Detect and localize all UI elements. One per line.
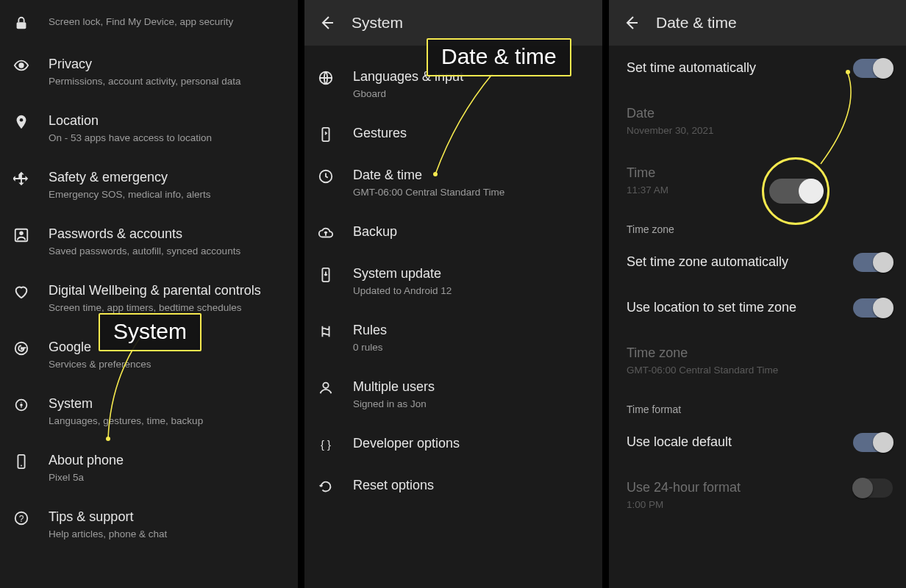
system-item-languages-input[interactable]: Languages & inputGboard <box>304 56 602 112</box>
setting-set-time-zone-automatically[interactable]: Set time zone automatically <box>609 240 906 285</box>
system-item-gestures[interactable]: Gestures <box>304 112 602 154</box>
item-title: Gestures <box>353 124 589 142</box>
globe-icon <box>318 68 353 86</box>
item-subtitle: On - 53 apps have access to location <box>49 132 285 145</box>
item-subtitle: Screen time, app timers, bedtime schedul… <box>49 301 285 315</box>
system-topbar: System <box>304 0 602 46</box>
item-subtitle: Gboard <box>353 87 589 101</box>
toggle-switch[interactable] <box>853 298 893 318</box>
system-item-developer-options[interactable]: { }Developer options <box>304 423 602 465</box>
lock-icon <box>13 13 49 32</box>
setting-set-time-automatically[interactable]: Set time automatically <box>609 46 906 91</box>
settings-item-privacy[interactable]: PrivacyPermissions, account activity, pe… <box>0 43 298 100</box>
system-title: System <box>352 14 403 32</box>
settings-item-system[interactable]: iSystemLanguages, gestures, time, backup <box>0 383 298 440</box>
item-title: Backup <box>353 223 589 240</box>
setting-subtitle: November 30, 2021 <box>627 124 893 137</box>
passwords-icon <box>13 225 49 243</box>
item-title: Digital Wellbeing & parental controls <box>49 282 285 299</box>
settings-item-security[interactable]: Screen lock, Find My Device, app securit… <box>0 1 298 43</box>
datetime-topbar: Date & time <box>609 0 906 46</box>
system-item-rules[interactable]: Rules0 rules <box>304 309 602 366</box>
setting-use-hour-format[interactable]: Use 24-hour format1:00 PM <box>609 465 906 525</box>
dev-icon: { } <box>318 434 353 453</box>
setting-title: Set time zone automatically <box>627 253 849 270</box>
item-subtitle: Updated to Android 12 <box>353 284 589 298</box>
update-icon <box>318 265 353 283</box>
privacy-icon <box>13 55 49 74</box>
toggle-switch[interactable] <box>853 253 893 272</box>
system-item-backup[interactable]: Backup <box>304 211 602 253</box>
back-button[interactable] <box>622 14 640 32</box>
section-time-zone: Time zone <box>609 210 906 240</box>
item-title: Privacy <box>49 55 285 73</box>
svg-point-4 <box>19 232 24 236</box>
svg-point-1 <box>18 62 24 68</box>
svg-text:?: ? <box>19 514 24 524</box>
settings-item-passwords-accounts[interactable]: Passwords & accountsSaved passwords, aut… <box>0 213 298 270</box>
wellbeing-icon <box>13 282 49 300</box>
system-item-date-time[interactable]: Date & timeGMT-06:00 Central Standard Ti… <box>304 154 602 211</box>
setting-title: Time <box>627 164 893 182</box>
safety-icon <box>13 168 49 187</box>
item-title: Location <box>49 112 285 129</box>
settings-item-location[interactable]: LocationOn - 53 apps have access to loca… <box>0 100 298 157</box>
setting-title: Set time automatically <box>627 59 849 76</box>
toggle-switch[interactable] <box>853 59 893 78</box>
setting-title: Use location to set time zone <box>627 298 849 316</box>
svg-text:{ }: { } <box>321 439 331 451</box>
rules-icon <box>318 321 353 340</box>
item-title: Multiple users <box>353 378 589 395</box>
setting-title: Use locale default <box>627 433 849 451</box>
google-icon <box>13 338 49 356</box>
svg-text:i: i <box>21 401 22 409</box>
system-icon: i <box>13 395 49 413</box>
item-title: System <box>49 395 285 412</box>
item-title: Reset options <box>353 476 589 494</box>
settings-item-safety-emergency[interactable]: Safety & emergencyEmergency SOS, medical… <box>0 157 298 213</box>
svg-rect-0 <box>17 22 26 29</box>
setting-title: Time zone <box>627 344 893 362</box>
setting-date: DateNovember 30, 2021 <box>609 91 906 151</box>
item-subtitle: Signed in as Jon <box>353 398 589 411</box>
item-title: Google <box>49 338 285 356</box>
system-panel: System Languages & inputGboardGesturesDa… <box>304 0 602 588</box>
reset-icon <box>318 476 353 495</box>
system-item-system-update[interactable]: System updateUpdated to Android 12 <box>304 253 602 309</box>
toggle-switch[interactable] <box>853 478 893 498</box>
item-subtitle: Screen lock, Find My Device, app securit… <box>49 15 285 29</box>
settings-item-tips-support[interactable]: ?Tips & supportHelp articles, phone & ch… <box>0 496 298 553</box>
item-subtitle: Languages, gestures, time, backup <box>49 415 285 428</box>
item-subtitle: Emergency SOS, medical info, alerts <box>49 188 285 201</box>
svg-point-10 <box>21 465 22 467</box>
svg-point-17 <box>323 383 328 388</box>
tips-icon: ? <box>13 508 49 526</box>
item-title: Tips & support <box>49 508 285 526</box>
setting-title: Use 24-hour format <box>627 478 849 496</box>
svg-rect-9 <box>18 455 24 468</box>
settings-item-google[interactable]: GoogleServices & preferences <box>0 326 298 383</box>
backup-icon <box>318 223 353 241</box>
settings-item-digital-wellbeing-parental-controls[interactable]: Digital Wellbeing & parental controlsScr… <box>0 270 298 326</box>
toggle-switch[interactable] <box>853 433 893 452</box>
item-title: Rules <box>353 321 589 339</box>
settings-main-panel: Screen lock, Find My Device, app securit… <box>0 0 298 588</box>
settings-item-about-phone[interactable]: About phonePixel 5a <box>0 440 298 496</box>
item-subtitle: 0 rules <box>353 341 589 354</box>
setting-time-zone: Time zoneGMT-06:00 Central Standard Time <box>609 331 906 390</box>
setting-use-locale-default[interactable]: Use locale default <box>609 420 906 465</box>
system-item-reset-options[interactable]: Reset options <box>304 465 602 506</box>
system-item-multiple-users[interactable]: Multiple usersSigned in as Jon <box>304 366 602 423</box>
item-title: Developer options <box>353 434 589 452</box>
setting-subtitle: GMT-06:00 Central Standard Time <box>627 364 893 377</box>
back-button[interactable] <box>318 14 335 32</box>
users-icon <box>318 378 353 396</box>
datetime-title: Date & time <box>656 14 737 32</box>
clock-icon <box>318 166 353 184</box>
highlighted-toggle[interactable] <box>769 179 822 204</box>
location-icon <box>13 112 49 130</box>
item-title: Languages & input <box>353 68 589 85</box>
setting-subtitle: 11:37 AM <box>627 184 893 197</box>
item-subtitle: Permissions, account activity, personal … <box>49 75 285 88</box>
setting-use-location-to-set-time-zone[interactable]: Use location to set time zone <box>609 285 906 331</box>
